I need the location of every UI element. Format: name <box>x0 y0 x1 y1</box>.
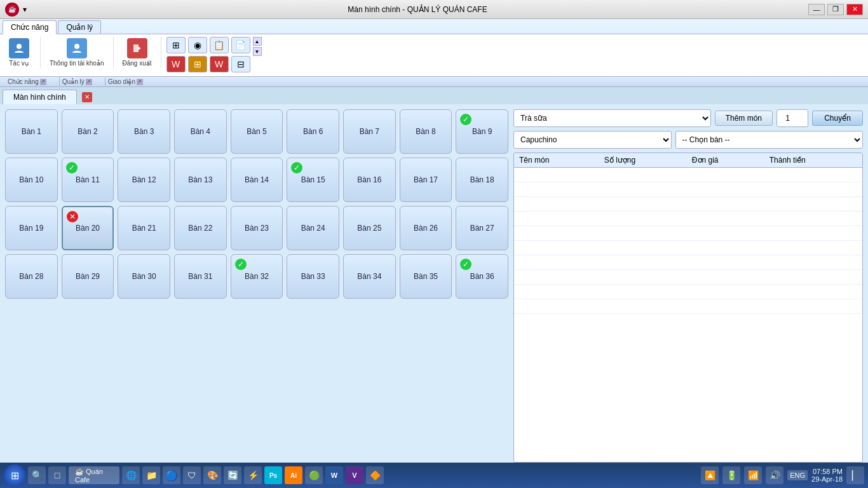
table-btn-17[interactable]: Bàn 17 <box>400 158 452 202</box>
order-table: Tên món Số lượng Đơn giá Thành tiền <box>513 152 863 463</box>
table-btn-8[interactable]: Bàn 8 <box>400 109 452 154</box>
table-btn-23[interactable]: Bàn 23 <box>231 206 283 250</box>
table-btn-21[interactable]: Bàn 21 <box>118 206 170 250</box>
titlebar-dropdown[interactable]: ▾ <box>23 5 27 14</box>
table-btn-6[interactable]: Bàn 6 <box>287 109 339 154</box>
table-btn-14[interactable]: Bàn 14 <box>231 158 283 202</box>
minimize-button[interactable]: — <box>808 4 825 15</box>
table-btn-10[interactable]: Bàn 10 <box>5 158 58 202</box>
ribbon-icon-grid-container: ⊞ ◉ 📋 📄 W ⊞ W ⊟ ▲ ▼ <box>166 37 262 74</box>
table-btn-29[interactable]: Bàn 29 <box>62 254 114 299</box>
table-btn-26[interactable]: Bàn 26 <box>400 206 452 250</box>
ribbon-icon-8[interactable]: ⊟ <box>231 56 250 72</box>
ribbon-icon-4[interactable]: 📄 <box>231 37 250 53</box>
table-btn-36[interactable]: ✓ Bàn 36 <box>456 254 508 299</box>
quantity-input[interactable] <box>776 109 808 127</box>
table-btn-12[interactable]: Bàn 12 <box>118 158 170 202</box>
table-btn-11[interactable]: ✓ Bàn 11 <box>62 158 114 202</box>
titlebar: ☕ ▾ Màn hình chính - QUẢN LÝ QUÁN CAFE —… <box>0 0 868 19</box>
ribbon-icon-1[interactable]: ⊞ <box>166 37 186 53</box>
table-btn-34[interactable]: Bàn 34 <box>343 254 396 299</box>
restore-button[interactable]: ❐ <box>827 4 844 15</box>
taskbar-icon-browser[interactable]: 🌐 <box>122 466 140 484</box>
table-btn-7[interactable]: Bàn 7 <box>343 109 396 154</box>
ribbon-icon-5[interactable]: W <box>166 56 186 72</box>
table-btn-18[interactable]: Bàn 18 <box>456 158 508 202</box>
table-btn-27[interactable]: Bàn 27 <box>456 206 508 250</box>
taskbar-icon-show-desktop[interactable]: ▏ <box>846 466 864 484</box>
table-btn-16[interactable]: Bàn 16 <box>343 158 396 202</box>
table-btn-30[interactable]: Bàn 30 <box>118 254 170 299</box>
taskbar-icon-green[interactable]: 🟢 <box>305 466 323 484</box>
tacvu-button[interactable]: Tác vụ <box>5 37 33 68</box>
table-btn-15[interactable]: ✓ Bàn 15 <box>287 158 339 202</box>
taskbar-icon-lightning[interactable]: ⚡ <box>244 466 262 484</box>
taskbar-icon-word[interactable]: W <box>325 466 343 484</box>
tab-close-button[interactable]: ✕ <box>82 92 92 102</box>
drink-select-2[interactable]: Capuchino Trà sữa Cà phê <box>513 131 672 149</box>
ribbon-group-tacvu: Tác vụ <box>3 37 41 68</box>
drink-select-1[interactable]: Trà sữa Capuchino Cà phê <box>513 109 711 127</box>
content-area: Bàn 1 Bàn 2 Bàn 3 Bàn 4 Bàn 5 Bàn 6 Bàn … <box>0 104 868 488</box>
table-btn-25[interactable]: Bàn 25 <box>343 206 396 250</box>
taskbar-icon-shield[interactable]: 🛡 <box>183 466 201 484</box>
table-btn-4[interactable]: Bàn 4 <box>174 109 227 154</box>
table-btn-9[interactable]: ✓ Bàn 9 <box>456 109 508 154</box>
table-btn-19[interactable]: Bàn 19 <box>5 206 58 250</box>
ribbon-scroll: ▲ ▼ <box>253 37 262 56</box>
taskbar-icon-paint[interactable]: 🎨 <box>203 466 221 484</box>
table-label-15: Bàn 15 <box>301 175 325 184</box>
table-btn-33[interactable]: Bàn 33 <box>287 254 339 299</box>
table-btn-20[interactable]: ✕ Bàn 20 <box>62 206 114 250</box>
ribbon-icon-6[interactable]: ⊞ <box>188 56 207 72</box>
them-mon-button[interactable]: Thêm món <box>715 111 773 126</box>
taskbar-icon-ai[interactable]: Ai <box>285 466 302 484</box>
table-btn-13[interactable]: Bàn 13 <box>174 158 227 202</box>
taskbar-icon-ps[interactable]: Ps <box>264 466 282 484</box>
giaodien-expand[interactable]: ↗ <box>137 79 143 85</box>
taskbar-icon-chrome[interactable]: 🔵 <box>163 466 180 484</box>
table-btn-24[interactable]: Bàn 24 <box>287 206 339 250</box>
scroll-up[interactable]: ▲ <box>253 37 262 46</box>
ribbon-icon-2[interactable]: ◉ <box>188 37 207 53</box>
taskbar-icon-sync[interactable]: 🔄 <box>224 466 241 484</box>
table-btn-35[interactable]: Bàn 35 <box>400 254 452 299</box>
taskbar-icon-folder[interactable]: 📁 <box>142 466 160 484</box>
start-button[interactable]: ⊞ <box>4 464 25 486</box>
taskbar-icon-vs[interactable]: V <box>346 466 363 484</box>
table-btn-1[interactable]: Bàn 1 <box>5 109 58 154</box>
main-screen-tab[interactable]: Màn hình chính <box>3 90 77 104</box>
taskbar-icon-notify[interactable]: 🔼 <box>701 466 719 484</box>
taskbar-icon-sound[interactable]: 🔊 <box>766 466 783 484</box>
ribbon-icon-3[interactable]: 📋 <box>210 37 229 53</box>
table-label-13: Bàn 13 <box>188 175 212 184</box>
taskbar-icon-ruby[interactable]: 🔶 <box>366 466 384 484</box>
quanly-expand[interactable]: ↗ <box>86 79 92 85</box>
taskbar-active-app[interactable]: ☕ Quán Cafe <box>69 466 119 484</box>
table-btn-5[interactable]: Bàn 5 <box>231 109 283 154</box>
table-btn-28[interactable]: Bàn 28 <box>5 254 58 299</box>
table-btn-32[interactable]: ✓ Bàn 32 <box>231 254 283 299</box>
svg-marker-3 <box>138 46 141 50</box>
taskbar-icon-battery[interactable]: 🔋 <box>722 466 740 484</box>
chuyen-button[interactable]: Chuyển <box>812 111 863 126</box>
taskbar-icon-search[interactable]: 🔍 <box>28 466 46 484</box>
table-btn-2[interactable]: Bàn 2 <box>62 109 114 154</box>
ribbon-icon-7[interactable]: W <box>210 56 229 72</box>
taskbar-icon-task[interactable]: □ <box>48 466 66 484</box>
thongtin-button[interactable]: Thông tin tài khoản <box>46 37 108 68</box>
table-row <box>514 212 862 226</box>
chucnang-expand[interactable]: ↗ <box>40 79 46 85</box>
dangxuat-button[interactable]: Đăng xuất <box>119 37 156 68</box>
scroll-down[interactable]: ▼ <box>253 47 262 56</box>
table-btn-22[interactable]: Bàn 22 <box>174 206 227 250</box>
tab-chucnang[interactable]: Chức năng <box>3 20 57 34</box>
tab-quanly[interactable]: Quản lý <box>58 20 101 34</box>
table-label-23: Bàn 23 <box>245 224 269 233</box>
close-button[interactable]: ✕ <box>846 4 863 15</box>
table-label-8: Bàn 8 <box>416 127 435 136</box>
table-btn-3[interactable]: Bàn 3 <box>118 109 170 154</box>
chon-ban-select[interactable]: -- Chọn bàn -- <box>675 131 863 149</box>
table-btn-31[interactable]: Bàn 31 <box>174 254 227 299</box>
taskbar-icon-network[interactable]: 📶 <box>744 466 762 484</box>
